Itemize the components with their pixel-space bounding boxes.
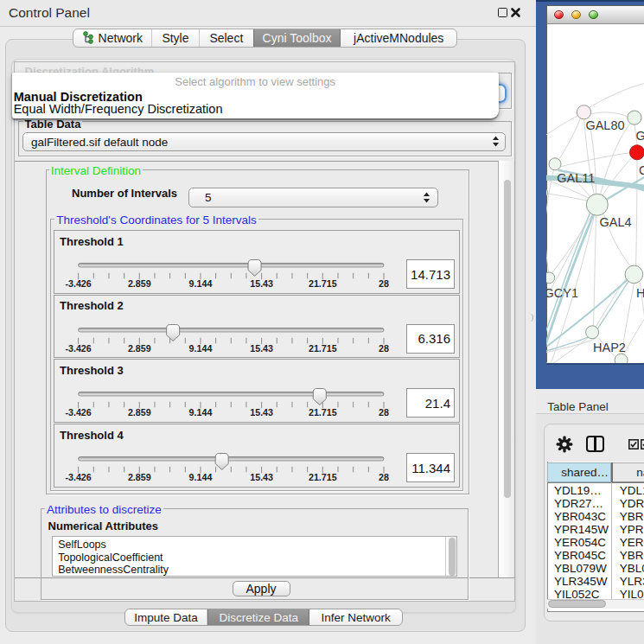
svg-text:-3.426: -3.426 [65,278,91,289]
svg-text:21.715: 21.715 [309,408,337,418]
svg-text:2.859: 2.859 [128,343,151,354]
svg-text:9.144: 9.144 [189,343,213,354]
svg-text:28: 28 [379,278,389,289]
svg-text:21.715: 21.715 [309,278,337,289]
svg-text:2.859: 2.859 [128,473,151,483]
svg-text:15.43: 15.43 [250,473,273,483]
svg-text:21.715: 21.715 [309,343,337,354]
svg-text:2.859: 2.859 [128,278,151,289]
svg-text:2.859: 2.859 [128,408,151,418]
svg-text:21.715: 21.715 [309,473,337,483]
svg-text:-3.426: -3.426 [65,343,91,354]
svg-text:-3.426: -3.426 [65,408,91,418]
svg-text:28: 28 [379,408,389,418]
svg-text:GAL4: GAL4 [599,215,631,229]
svg-text:GAL80: GAL80 [585,118,624,132]
svg-text:GAL11: GAL11 [557,171,595,185]
svg-text:9.144: 9.144 [189,408,213,418]
svg-text:28: 28 [379,473,389,483]
svg-text:GCY1: GCY1 [546,286,578,300]
svg-text:15.43: 15.43 [250,343,273,354]
svg-text:15.43: 15.43 [250,408,273,418]
svg-text:GA: GA [635,129,644,143]
svg-text:-3.426: -3.426 [65,473,91,483]
svg-text:9.144: 9.144 [189,278,213,289]
svg-text:28: 28 [379,343,389,354]
svg-text:H: H [636,286,644,300]
svg-text:15.43: 15.43 [250,278,273,289]
svg-text:HAP2: HAP2 [593,341,626,354]
svg-text:9.144: 9.144 [189,473,213,483]
svg-text:G: G [639,163,644,177]
